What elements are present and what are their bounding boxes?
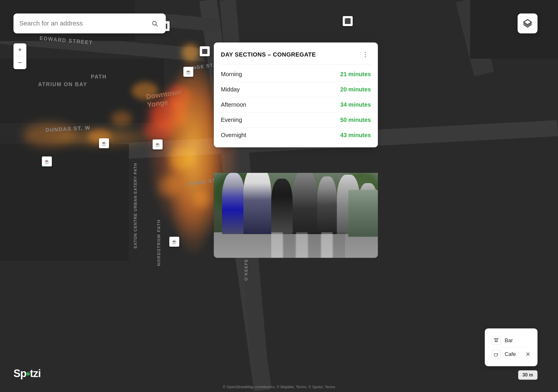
legend-icon-cafe	[492, 350, 501, 359]
attribution-text: © OpenStreetMap contributors, © Maptiler…	[223, 385, 335, 389]
time-value-overnight: 43 minutes	[340, 132, 371, 139]
crowd-photo	[214, 173, 378, 258]
map-icon-cafe-3: ☕	[153, 139, 163, 149]
time-row-evening: Evening 50 minutes	[221, 113, 371, 128]
search-button[interactable]	[149, 18, 160, 29]
legend-item-cafe: Cafe ✕	[492, 347, 530, 361]
time-label-midday: Midday	[221, 86, 240, 93]
zoom-in-button[interactable]: +	[13, 43, 26, 56]
day-sections-panel: DAY SECTIONS – CONGREGATE ⋮ Morning 21 m…	[214, 42, 378, 147]
panel-title: DAY SECTIONS – CONGREGATE	[221, 51, 316, 58]
layer-button[interactable]	[518, 13, 537, 33]
svg-rect-3	[494, 338, 498, 339]
time-row-midday: Midday 20 minutes	[221, 82, 371, 97]
panel-header: DAY SECTIONS – CONGREGATE ⋮	[214, 42, 378, 64]
time-row-overnight: Overnight 43 minutes	[221, 128, 371, 143]
vehicle	[348, 190, 378, 237]
legend-label-cafe: Cafe	[505, 351, 518, 357]
time-row-afternoon: Afternoon 34 minutes	[221, 97, 371, 113]
time-label-afternoon: Afternoon	[221, 101, 246, 108]
legend-close-button[interactable]: ✕	[525, 351, 530, 358]
search-input[interactable]	[19, 20, 149, 27]
spotzi-logo-text: Sptzi	[13, 367, 41, 379]
time-value-midday: 20 minutes	[340, 86, 371, 93]
map-icon-bar-2: ⬛	[200, 46, 210, 56]
search-bar	[13, 13, 166, 33]
map-icon-cafe-5: ☕	[169, 237, 179, 247]
map-icon-cafe-4: ☕	[42, 156, 52, 166]
time-label-evening: Evening	[221, 117, 242, 123]
zoom-out-button[interactable]: −	[13, 56, 26, 69]
person-3	[271, 179, 293, 234]
svg-line-1	[156, 25, 157, 26]
legend-panel: Bar Cafe ✕	[485, 328, 537, 366]
person-2	[243, 173, 271, 234]
time-label-overnight: Overnight	[221, 132, 246, 139]
spotzi-logo: Sptzi	[13, 367, 41, 380]
time-value-evening: 50 minutes	[340, 117, 371, 123]
map-icon-cafe-2: ☕	[99, 138, 109, 148]
time-rows: Morning 21 minutes Midday 20 minutes Aft…	[214, 64, 378, 147]
map-icon-cafe-1: ☕	[183, 67, 193, 77]
zebra-crossing	[271, 232, 345, 258]
time-label-morning: Morning	[221, 71, 242, 78]
time-value-afternoon: 34 minutes	[340, 101, 371, 108]
time-value-morning: 21 minutes	[340, 71, 371, 78]
legend-item-bar: Bar	[492, 334, 530, 347]
legend-icon-bar	[492, 336, 501, 345]
time-row-morning: Morning 21 minutes	[221, 67, 371, 82]
legend-label-bar: Bar	[505, 338, 530, 344]
crowd-photo-inner	[214, 173, 378, 258]
zoom-controls: + −	[13, 43, 26, 69]
person-5	[317, 176, 337, 234]
map-icon-top-right: ⬛	[343, 16, 353, 26]
person-4	[293, 173, 317, 234]
scale-bar: 30 m	[518, 370, 537, 380]
panel-menu-button[interactable]: ⋮	[360, 50, 371, 59]
person-1	[222, 173, 245, 234]
